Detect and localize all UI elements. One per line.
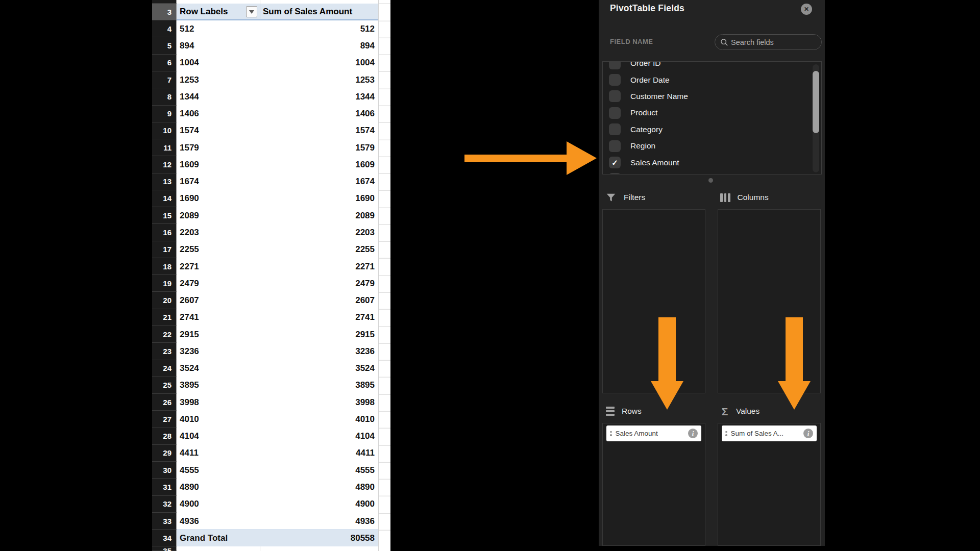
- sales-value-cell[interactable]: 1574: [260, 122, 378, 139]
- field-checkbox[interactable]: [609, 61, 621, 69]
- row-number-cell[interactable]: 24: [152, 360, 177, 377]
- row-label-cell[interactable]: 2915: [177, 326, 260, 343]
- sales-value-cell[interactable]: 2607: [260, 292, 378, 309]
- row-label-cell[interactable]: 1579: [177, 139, 260, 156]
- sales-value-cell[interactable]: 2479: [260, 275, 378, 292]
- row-label-cell[interactable]: 512: [177, 20, 260, 37]
- sales-value-cell[interactable]: 1406: [260, 106, 378, 122]
- sales-value-cell[interactable]: 2271: [260, 258, 378, 275]
- row-label-cell[interactable]: 1674: [177, 173, 260, 190]
- row-label-cell[interactable]: 2255: [177, 241, 260, 258]
- row-label-cell[interactable]: 2607: [177, 292, 260, 309]
- filters-drop-area[interactable]: [602, 209, 705, 393]
- search-fields-box[interactable]: [715, 34, 822, 50]
- cell-a35-partial[interactable]: [177, 546, 260, 551]
- sales-value-cell[interactable]: 1579: [260, 139, 378, 156]
- row-label-cell[interactable]: 4890: [177, 479, 260, 495]
- row-label-cell[interactable]: 1609: [177, 156, 260, 173]
- row-label-cell[interactable]: 3895: [177, 377, 260, 394]
- row-number-cell[interactable]: 5: [152, 37, 177, 54]
- sales-value-cell[interactable]: 2915: [260, 326, 378, 343]
- panel-resize-handle[interactable]: [708, 178, 713, 183]
- field-list-item[interactable]: Region: [603, 138, 821, 154]
- sales-value-cell[interactable]: 4936: [260, 513, 378, 530]
- sales-value-cell[interactable]: 3524: [260, 360, 378, 377]
- info-icon[interactable]: i: [688, 429, 698, 438]
- columns-drop-area[interactable]: [718, 209, 821, 393]
- row-number-cell[interactable]: 6: [152, 55, 177, 71]
- row-label-cell[interactable]: 2741: [177, 309, 260, 326]
- field-list-item[interactable]: Order ID: [603, 61, 821, 71]
- row-label-cell[interactable]: 4010: [177, 411, 260, 428]
- row-label-cell[interactable]: 3524: [177, 360, 260, 377]
- sales-value-cell[interactable]: 1690: [260, 190, 378, 207]
- field-checkbox[interactable]: [609, 107, 621, 119]
- row-number-cell[interactable]: 18: [152, 258, 177, 275]
- sales-value-cell[interactable]: 3895: [260, 377, 378, 394]
- row-number-35[interactable]: 35: [152, 546, 177, 551]
- row-number-cell[interactable]: 15: [152, 207, 177, 224]
- search-input[interactable]: [731, 38, 816, 46]
- close-button[interactable]: ✕: [801, 4, 812, 15]
- sales-value-cell[interactable]: 512: [260, 20, 378, 37]
- row-label-cell[interactable]: 2479: [177, 275, 260, 292]
- row-number-cell[interactable]: 12: [152, 156, 177, 173]
- sales-value-cell[interactable]: 4411: [260, 445, 378, 462]
- row-number-cell[interactable]: 30: [152, 462, 177, 479]
- sales-value-cell[interactable]: 2255: [260, 241, 378, 258]
- row-number-cell[interactable]: 22: [152, 326, 177, 343]
- row-label-cell[interactable]: 2203: [177, 224, 260, 241]
- row-labels-header-cell[interactable]: Row Labels: [177, 4, 260, 20]
- row-number-cell[interactable]: 23: [152, 343, 177, 360]
- row-label-cell[interactable]: 3236: [177, 343, 260, 360]
- info-icon[interactable]: i: [803, 429, 813, 438]
- sales-value-cell[interactable]: 1253: [260, 71, 378, 88]
- grand-total-label-cell[interactable]: Grand Total: [177, 530, 260, 546]
- row-number-cell[interactable]: 10: [152, 122, 177, 139]
- row-label-cell[interactable]: 4936: [177, 513, 260, 530]
- row-number-cell[interactable]: 4: [152, 20, 177, 37]
- sales-value-cell[interactable]: 3236: [260, 343, 378, 360]
- rows-field-chip[interactable]: Sales Amount i: [606, 425, 701, 441]
- row-number-cell[interactable]: 33: [152, 513, 177, 530]
- cell-b2-partial[interactable]: [260, 0, 378, 4]
- row-number-cell[interactable]: 26: [152, 394, 177, 411]
- sales-value-cell[interactable]: 1674: [260, 173, 378, 190]
- sales-value-cell[interactable]: 1609: [260, 156, 378, 173]
- field-checkbox[interactable]: [609, 140, 621, 152]
- field-list-item[interactable]: Order Date: [603, 71, 821, 88]
- row-number-cell[interactable]: 31: [152, 479, 177, 495]
- field-list-item[interactable]: ✓ Sales Amount: [603, 154, 821, 170]
- sales-value-cell[interactable]: 4900: [260, 496, 378, 513]
- row-number-3[interactable]: 3: [152, 4, 177, 20]
- sales-value-cell[interactable]: 1004: [260, 55, 378, 71]
- row-labels-filter-dropdown[interactable]: [246, 6, 257, 17]
- row-number-cell[interactable]: 17: [152, 241, 177, 258]
- sales-value-cell[interactable]: 894: [260, 37, 378, 54]
- row-number-cell[interactable]: 14: [152, 190, 177, 207]
- row-label-cell[interactable]: 4900: [177, 496, 260, 513]
- row-label-cell[interactable]: 2271: [177, 258, 260, 275]
- field-list-item[interactable]: Product: [603, 105, 821, 121]
- row-number-cell[interactable]: 28: [152, 428, 177, 445]
- field-checkbox[interactable]: [609, 173, 621, 174]
- row-number-cell[interactable]: 11: [152, 139, 177, 156]
- values-field-chip[interactable]: Sum of Sales A... i: [722, 425, 817, 441]
- sales-value-cell[interactable]: 4010: [260, 411, 378, 428]
- row-number-cell[interactable]: 16: [152, 224, 177, 241]
- sales-value-cell[interactable]: 2089: [260, 207, 378, 224]
- row-label-cell[interactable]: 2089: [177, 207, 260, 224]
- sales-value-cell[interactable]: 4890: [260, 479, 378, 495]
- row-number-cell[interactable]: 21: [152, 309, 177, 326]
- rows-drop-area[interactable]: Sales Amount i: [602, 423, 705, 546]
- sales-value-cell[interactable]: 1344: [260, 88, 378, 105]
- row-label-cell[interactable]: 1574: [177, 122, 260, 139]
- row-number-cell[interactable]: 7: [152, 71, 177, 88]
- empty-column-c[interactable]: [378, 0, 390, 551]
- sales-value-cell[interactable]: 3998: [260, 394, 378, 411]
- row-label-cell[interactable]: 1344: [177, 88, 260, 105]
- drag-handle-icon[interactable]: [610, 431, 612, 436]
- grand-total-value-cell[interactable]: 80558: [260, 530, 378, 546]
- field-checkbox[interactable]: [609, 90, 621, 102]
- field-checkbox[interactable]: [609, 74, 621, 86]
